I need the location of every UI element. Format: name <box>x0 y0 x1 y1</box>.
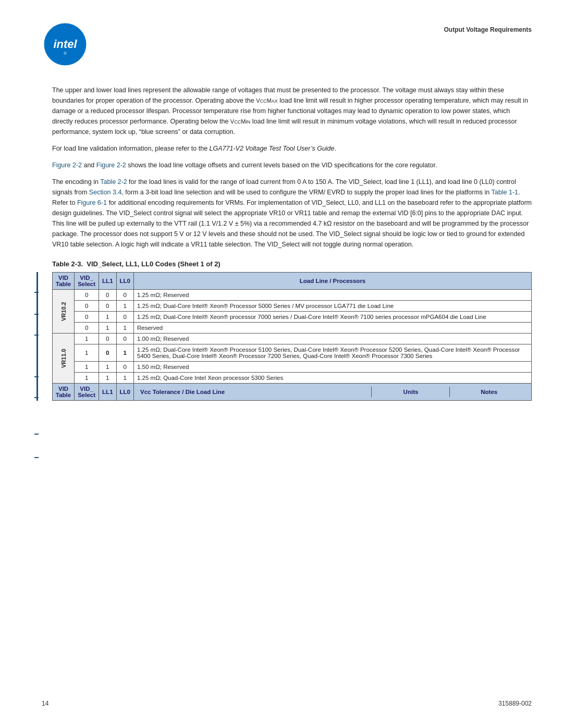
vid-select-table: VIDTable VID_Select LL1 LL0 Load Line / … <box>52 272 532 401</box>
table-header-row: VIDTable VID_Select LL1 LL0 Load Line / … <box>53 273 532 290</box>
footer-col-vid-select: VID_Select <box>75 384 99 401</box>
vid-select-val: 0 <box>75 312 99 323</box>
paragraph-1: The upper and lower load lines represent… <box>52 85 532 137</box>
main-content: The upper and lower load lines represent… <box>52 85 532 401</box>
load-line-desc: 1.25 mΩ; Dual-Core Intel® Xeon® processo… <box>133 312 531 323</box>
load-line-desc: 1.00 mΩ; Reserved <box>133 334 531 344</box>
footer-col-ll0: LL0 <box>116 384 133 401</box>
page: intel ® Output Voltage Requirements The … <box>0 0 563 728</box>
page-number: 14 <box>42 700 48 707</box>
intel-logo: intel ® <box>42 21 89 69</box>
table-row: 1 1 1 1.25 mΩ; Quad-Core Intel Xeon proc… <box>53 373 532 384</box>
figure-2-2-link-2[interactable]: Figure 2-2 <box>96 162 126 169</box>
load-line-desc: 1.50 mΩ; Reserved <box>133 362 531 373</box>
ll0-val: 1 <box>116 323 133 334</box>
figure-6-1-link[interactable]: Figure 6-1 <box>77 199 107 206</box>
section-3-4-link[interactable]: Section 3.4 <box>89 189 122 196</box>
col-ll1: LL1 <box>99 273 116 290</box>
load-line-desc: 1.25 mΩ; Dual-Core Intel® Xeon® Processo… <box>133 344 531 362</box>
footer-col-vcc-tolerance: Vcc Tolerance / Die Load Line Units Note… <box>133 384 531 401</box>
table-caption: Table 2-3. VID_Select, LL1, LL0 Codes (S… <box>52 260 532 268</box>
paragraph-2: For load line validation information, pl… <box>52 143 532 154</box>
table-row: 0 1 1 Reserved <box>53 323 532 334</box>
vid-select-val: 1 <box>75 334 99 344</box>
load-line-desc: Reserved <box>133 323 531 334</box>
page-footer: 14 315889-002 <box>42 700 532 707</box>
vccmin-ref: VCCMIN <box>230 118 251 125</box>
section-title: Output Voltage Requirements <box>444 21 532 33</box>
vccmax-ref: VCCMAX <box>256 97 278 104</box>
vid-select-val: 1 <box>75 362 99 373</box>
ll0-val: 0 <box>116 290 133 301</box>
table-row: 0 0 1 1.25 mΩ; Dual-Core Intel® Xeon® Pr… <box>53 301 532 312</box>
table-row: VR10.2 0 0 0 1.25 mΩ; Reserved <box>53 290 532 301</box>
table-row: 1 0 1 1.25 mΩ; Dual-Core Intel® Xeon® Pr… <box>53 344 532 362</box>
table-row: VR11.0 1 0 0 1.00 mΩ; Reserved <box>53 334 532 344</box>
ll0-val: 1 <box>116 301 133 312</box>
ll1-val: 1 <box>99 312 116 323</box>
col-vid-select: VID_Select <box>75 273 99 290</box>
doc-number: 315889-002 <box>498 700 532 707</box>
vid-select-val: 0 <box>75 301 99 312</box>
footer-col-ll1: LL1 <box>99 384 116 401</box>
col-ll0: LL0 <box>116 273 133 290</box>
ll1-val: 0 <box>99 290 116 301</box>
table-label: Table 2-3. <box>52 260 83 268</box>
load-line-desc: 1.25 mΩ; Dual-Core Intel® Xeon® Processo… <box>133 301 531 312</box>
ll1-val: 0 <box>99 344 116 362</box>
figure-2-2-link-1[interactable]: Figure 2-2 <box>52 162 82 169</box>
vr10-2-cell: VR10.2 <box>53 290 75 334</box>
ll1-val: 1 <box>99 362 116 373</box>
vid-select-val: 1 <box>75 373 99 384</box>
vr11-0-cell: VR11.0 <box>53 334 75 384</box>
paragraph-4: The encoding in Table 2-2 for the load l… <box>52 177 532 250</box>
table-footer-row: VIDTable VID_Select LL1 LL0 Vcc Toleranc… <box>53 384 532 401</box>
ll1-val: 0 <box>99 301 116 312</box>
load-line-desc: 1.25 mΩ; Reserved <box>133 290 531 301</box>
table-1-1-link[interactable]: Table 1-1 <box>492 189 518 196</box>
footer-col-units: Units <box>372 387 450 397</box>
load-line-desc: 1.25 mΩ; Quad-Core Intel Xeon processor … <box>133 373 531 384</box>
col-load-line: Load Line / Processors <box>133 273 531 290</box>
ll0-val: 1 <box>116 373 133 384</box>
col-vid-table: VIDTable <box>53 273 75 290</box>
ll0-val: 1 <box>116 344 133 362</box>
table-2-2-link[interactable]: Table 2-2 <box>100 178 127 186</box>
table-row: 1 1 0 1.50 mΩ; Reserved <box>53 362 532 373</box>
vid-select-val: 0 <box>75 290 99 301</box>
ll0-val: 0 <box>116 312 133 323</box>
table-title: VID_Select, LL1, LL0 Codes (Sheet 1 of 2… <box>87 260 220 268</box>
paragraph-3: Figure 2-2 and Figure 2-2 shows the load… <box>52 160 532 170</box>
vid-select-val: 0 <box>75 323 99 334</box>
footer-col-vid-table: VIDTable <box>53 384 75 401</box>
footer-col-notes: Notes <box>450 387 528 397</box>
ll0-val: 0 <box>116 334 133 344</box>
svg-text:intel: intel <box>53 38 77 51</box>
ll1-val: 1 <box>99 323 116 334</box>
table-row: 0 1 0 1.25 mΩ; Dual-Core Intel® Xeon® pr… <box>53 312 532 323</box>
ll1-val: 0 <box>99 334 116 344</box>
ll1-val: 1 <box>99 373 116 384</box>
page-header: intel ® Output Voltage Requirements <box>42 21 532 69</box>
vid-select-val: 1 <box>75 344 99 362</box>
svg-text:®: ® <box>64 51 67 56</box>
ll0-val: 0 <box>116 362 133 373</box>
doc-ref-italic: LGA771-V2 Voltage Test Tool User’s Guide <box>210 145 335 152</box>
